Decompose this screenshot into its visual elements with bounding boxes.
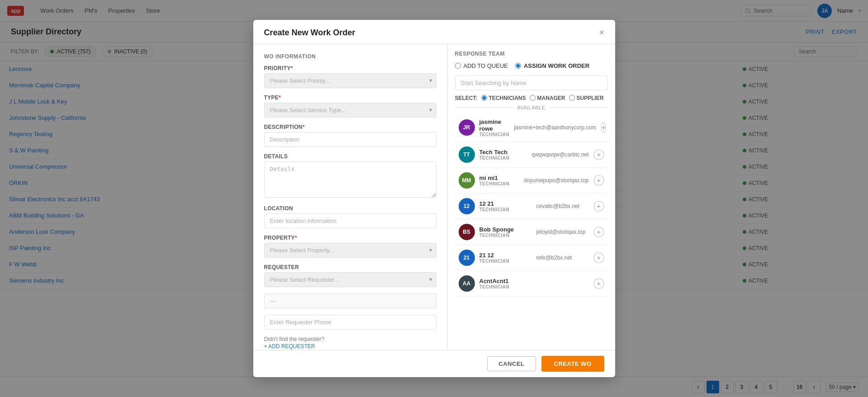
tech-role: TECHNICIAN (479, 207, 532, 212)
tech-add-button[interactable]: + (593, 278, 604, 289)
add-requester-link[interactable]: + ADD REQUESTER (264, 343, 315, 350)
tech-email: cevatic@b2bx.net (536, 203, 589, 209)
requester-dash-input (264, 293, 436, 308)
tech-card: JR jasmine rowe TECHNICIAN jasmine+tech@… (455, 114, 608, 142)
modal-right: Response Team ADD TO QUEUE ASSIGN WORK O… (448, 44, 615, 350)
tech-avatar: 12 (459, 198, 475, 214)
location-input[interactable] (264, 213, 436, 228)
tech-avatar: AA (459, 275, 475, 292)
manager-filter[interactable]: MANAGER (530, 95, 565, 101)
tech-name: jasmine rowe (479, 118, 510, 132)
manager-filter-label: MANAGER (537, 95, 565, 101)
property-label: PROPERTY* (264, 235, 436, 241)
description-input[interactable] (264, 132, 436, 147)
requester-dash-group (264, 293, 436, 308)
tech-add-button[interactable]: + (593, 227, 604, 237)
assign-work-order-radio[interactable]: ASSIGN WORK ORDER (515, 62, 589, 69)
select-filter: SELECT: TECHNICIANS MANAGER SUPPLIER (455, 95, 608, 101)
description-label: DESCRIPTION* (264, 124, 436, 130)
modal: Create New Work Order × WO Information P… (253, 20, 615, 377)
didnt-find-text: Didn't find the requester? (264, 336, 436, 342)
tech-email: refo@b2bx.net (536, 255, 589, 261)
page-container: Supplier Directory PRINT EXPORT FILTER B… (0, 22, 868, 397)
response-radio-group: ADD TO QUEUE ASSIGN WORK ORDER (455, 62, 608, 69)
select-label: SELECT: (455, 95, 478, 101)
create-wo-button[interactable]: CREATE WO (541, 356, 604, 372)
tech-role: TECHNICIAN (479, 156, 527, 161)
tech-card: TT Tech Tech TECHNICIAN qwqwqwqw@carbtc.… (455, 142, 608, 168)
priority-group: PRIORITY* Please Select Priority... ▾ (264, 65, 436, 88)
requester-phone-input[interactable] (264, 315, 436, 330)
tech-add-button[interactable]: + (593, 201, 604, 212)
supplier-filter[interactable]: SUPPLIER (569, 95, 604, 101)
tech-role: TECHNICIAN (479, 259, 532, 264)
modal-footer: CANCEL CREATE WO (253, 350, 615, 377)
supplier-filter-label: SUPPLIER (577, 95, 604, 101)
cancel-button[interactable]: CANCEL (487, 356, 536, 371)
tech-card: BS Bob Sponge TECHNICIAN jetoyid@storiqa… (455, 219, 608, 245)
tech-card: 21 21 12 TECHNICIAN refo@b2bx.net + (455, 245, 608, 271)
tech-name: Tech Tech (479, 149, 527, 156)
tech-list: JR jasmine rowe TECHNICIAN jasmine+tech@… (455, 114, 608, 297)
technicians-filter-label: TECHNICIANS (489, 95, 526, 101)
tech-card: MM mi mi1 TECHNICIAN doyumepupo@storiqax… (455, 168, 608, 194)
tech-name: Bob Sponge (479, 226, 532, 233)
location-label: LOCATION (264, 205, 436, 212)
response-team-label: Response Team (455, 51, 608, 57)
tech-info: 21 12 TECHNICIAN (479, 252, 532, 264)
tech-name: AcntAcnt1 (479, 278, 532, 284)
details-group: DETAILS (264, 153, 436, 199)
type-group: TYPE* Please Select Service Type... ▾ (264, 95, 436, 118)
tech-avatar: TT (459, 147, 475, 163)
modal-close-button[interactable]: × (599, 28, 604, 38)
tech-info: mi mi1 TECHNICIAN (479, 175, 519, 186)
available-label: AVAILABLE (517, 105, 545, 110)
available-line-right (549, 107, 608, 108)
requester-phone-group (264, 315, 436, 330)
tech-add-button[interactable]: + (593, 175, 604, 186)
add-to-queue-radio[interactable]: ADD TO QUEUE (455, 62, 508, 69)
tech-info: Tech Tech TECHNICIAN (479, 149, 527, 161)
tech-info: 12 21 TECHNICIAN (479, 200, 532, 212)
team-search-input[interactable] (455, 76, 608, 90)
requester-group: REQUESTER Please Select Requester... ▾ (264, 264, 436, 287)
assign-work-order-label: ASSIGN WORK ORDER (524, 62, 589, 69)
property-select[interactable]: Please Select Property... (264, 243, 436, 258)
details-textarea[interactable] (264, 161, 436, 198)
requester-select[interactable]: Please Select Requester... (264, 272, 436, 287)
priority-select[interactable]: Please Select Priority... (264, 73, 436, 88)
requester-label: REQUESTER (264, 264, 436, 270)
type-label: TYPE* (264, 95, 436, 101)
tech-card: 12 12 21 TECHNICIAN cevatic@b2bx.net + (455, 194, 608, 219)
details-label: DETAILS (264, 153, 436, 160)
location-group: LOCATION (264, 205, 436, 228)
tech-avatar: BS (459, 224, 475, 240)
type-select[interactable]: Please Select Service Type... (264, 103, 436, 118)
tech-add-button[interactable]: + (601, 122, 606, 133)
available-line-left (455, 107, 514, 108)
tech-add-button[interactable]: + (593, 149, 604, 160)
tech-email: jasmine+tech@aanthonycorp.com (514, 124, 596, 131)
tech-info: AcntAcnt1 TECHNICIAN (479, 278, 532, 289)
modal-overlay: Create New Work Order × WO Information P… (0, 0, 868, 397)
description-group: DESCRIPTION* (264, 124, 436, 147)
priority-label: PRIORITY* (264, 65, 436, 71)
tech-info: Bob Sponge TECHNICIAN (479, 226, 532, 238)
wo-section-label: WO Information (264, 53, 436, 60)
tech-role: TECHNICIAN (479, 132, 510, 137)
tech-email: doyumepupo@storiqax.top (524, 177, 589, 184)
modal-header: Create New Work Order × (253, 20, 615, 44)
technicians-filter[interactable]: TECHNICIANS (481, 95, 526, 101)
tech-email: jetoyid@storiqax.top (536, 229, 589, 235)
tech-name: mi mi1 (479, 175, 519, 181)
tech-email: qwqwqwqw@carbtc.net (531, 151, 588, 158)
modal-title: Create New Work Order (264, 28, 356, 38)
tech-role: TECHNICIAN (479, 181, 519, 186)
tech-add-button[interactable]: + (593, 252, 604, 263)
tech-info: jasmine rowe TECHNICIAN (479, 118, 510, 137)
tech-card: AA AcntAcnt1 TECHNICIAN + (455, 271, 608, 297)
property-group: PROPERTY* Please Select Property... ▾ (264, 235, 436, 258)
tech-name: 12 21 (479, 200, 532, 207)
tech-avatar: JR (459, 119, 475, 136)
tech-name: 21 12 (479, 252, 532, 259)
